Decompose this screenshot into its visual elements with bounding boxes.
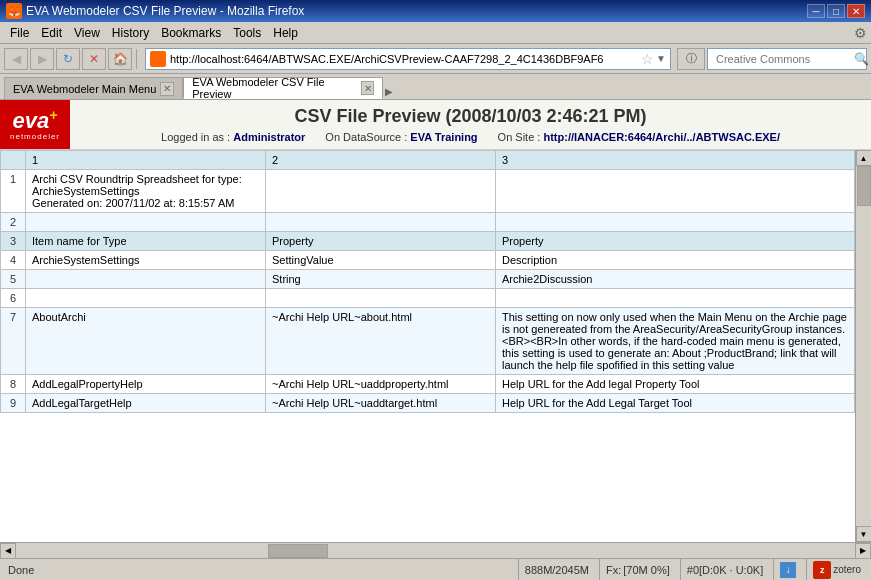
- table-row: 4 ArchieSystemSettings SettingValue Desc…: [1, 251, 855, 270]
- status-bar: Done 888M/2045M Fx: [70M 0%] #0[D:0K · U…: [0, 558, 871, 580]
- page-content: eva+ netmodeler CSV File Preview (2008/1…: [0, 100, 871, 558]
- row-num: 4: [1, 251, 26, 270]
- zotero-icon: z: [813, 561, 831, 579]
- row-num: 9: [1, 394, 26, 413]
- minimize-button[interactable]: ─: [807, 4, 825, 18]
- cell-6-2: [266, 289, 496, 308]
- eva-logo-text: eva+: [13, 108, 58, 132]
- horizontal-scrollbar[interactable]: ◀ ▶: [0, 542, 871, 558]
- menu-edit[interactable]: Edit: [35, 24, 68, 42]
- nav-separator: [136, 49, 137, 69]
- tab-csv-preview-close[interactable]: ✕: [361, 81, 374, 95]
- zotero-label: zotero: [833, 564, 861, 575]
- cell-2-1: [26, 213, 266, 232]
- cell-1-1: Archi CSV Roundtrip Spreadsheet for type…: [26, 170, 266, 213]
- tab-csv-preview[interactable]: EVA Webmodeler CSV File Preview ✕: [183, 77, 383, 99]
- status-fx: Fx: [70M 0%]: [599, 559, 676, 580]
- gear-icon: ⚙: [854, 25, 867, 41]
- scroll-right-button[interactable]: ▶: [855, 543, 871, 559]
- tab-scroll-right[interactable]: ▶: [383, 84, 395, 99]
- window-title: EVA Webmodeler CSV File Preview - Mozill…: [26, 4, 304, 18]
- row-num: 3: [1, 232, 26, 251]
- nav-bar: ◀ ▶ ↻ ✕ 🏠 ☆ ▼ ⓘ 🔍: [0, 44, 871, 74]
- scroll-thumb[interactable]: [857, 166, 871, 206]
- data-table: 1 2 3 1 Archi CSV Roundtrip Spreadsheet …: [0, 150, 855, 413]
- cell-5-1: [26, 270, 266, 289]
- search-input[interactable]: [716, 53, 854, 65]
- csv-table: 1 2 3 1 Archi CSV Roundtrip Spreadsheet …: [0, 150, 855, 542]
- row-num: 8: [1, 375, 26, 394]
- row-num: 5: [1, 270, 26, 289]
- cell-7-2: ~Archi Help URL~about.html: [266, 308, 496, 375]
- eva-header: eva+ netmodeler CSV File Preview (2008/1…: [0, 100, 871, 150]
- scroll-down-button[interactable]: ▼: [856, 526, 872, 542]
- tab-main-menu-close[interactable]: ✕: [160, 82, 174, 96]
- login-info: Logged in as : Administrator On DataSour…: [161, 131, 780, 143]
- bookmark-star-icon[interactable]: ☆: [641, 51, 654, 67]
- firefox-icon: 🦊: [6, 3, 22, 19]
- fx-label: Fx:: [606, 564, 621, 576]
- table-row: 7 AboutArchi ~Archi Help URL~about.html …: [1, 308, 855, 375]
- col-num-header: [1, 151, 26, 170]
- scroll-left-button[interactable]: ◀: [0, 543, 16, 559]
- close-button[interactable]: ✕: [847, 4, 865, 18]
- address-dropdown-icon[interactable]: ▼: [656, 53, 666, 64]
- menu-help[interactable]: Help: [267, 24, 304, 42]
- col-2-header: 2: [266, 151, 496, 170]
- address-bar[interactable]: ☆ ▼: [145, 48, 671, 70]
- menu-bookmarks[interactable]: Bookmarks: [155, 24, 227, 42]
- page-title: CSV File Preview (2008/10/03 2:46:21 PM): [294, 106, 646, 127]
- scroll-track-h[interactable]: [16, 543, 855, 558]
- search-go-icon[interactable]: 🔍: [854, 52, 869, 66]
- stop-button[interactable]: ✕: [82, 48, 106, 70]
- cell-1-3: [496, 170, 855, 213]
- cell-4-3: Description: [496, 251, 855, 270]
- tab-main-menu[interactable]: EVA Webmodeler Main Menu ✕: [4, 77, 183, 99]
- status-kbd: #0[D:0K · U:0K]: [680, 559, 769, 580]
- info-button[interactable]: ⓘ: [677, 48, 705, 70]
- cell-4-2: SettingValue: [266, 251, 496, 270]
- menu-file[interactable]: File: [4, 24, 35, 42]
- row-num: 6: [1, 289, 26, 308]
- scroll-track[interactable]: [856, 166, 871, 526]
- cell-3-2: Property: [266, 232, 496, 251]
- cell-9-3: Help URL for the Add Legal Target Tool: [496, 394, 855, 413]
- row-num: 1: [1, 170, 26, 213]
- cell-8-3: Help URL for the Add legal Property Tool: [496, 375, 855, 394]
- menu-view[interactable]: View: [68, 24, 106, 42]
- back-button[interactable]: ◀: [4, 48, 28, 70]
- menu-tools[interactable]: Tools: [227, 24, 267, 42]
- memory-usage: 888M/2045M: [525, 564, 589, 576]
- row-num: 7: [1, 308, 26, 375]
- status-zotero[interactable]: z zotero: [806, 559, 867, 580]
- login-datasource-label: On DataSource : EVA Training: [325, 131, 477, 143]
- tab-csv-preview-label: EVA Webmodeler CSV File Preview: [192, 76, 357, 100]
- address-input[interactable]: [170, 53, 637, 65]
- fx-value: [70M 0%]: [623, 564, 669, 576]
- scroll-area: 1 2 3 1 Archi CSV Roundtrip Spreadsheet …: [0, 150, 871, 542]
- row-num: 2: [1, 213, 26, 232]
- forward-button[interactable]: ▶: [30, 48, 54, 70]
- menu-history[interactable]: History: [106, 24, 155, 42]
- download-icon: ↓: [780, 562, 796, 578]
- scroll-up-button[interactable]: ▲: [856, 150, 872, 166]
- title-bar: 🦊 EVA Webmodeler CSV File Preview - Mozi…: [0, 0, 871, 22]
- cell-7-3: This setting on now only used when the M…: [496, 308, 855, 375]
- status-text: Done: [4, 564, 514, 576]
- refresh-button[interactable]: ↻: [56, 48, 80, 70]
- login-site-label: On Site : http://IANACER:6464/Archi/../A…: [498, 131, 780, 143]
- table-header-row: 1 2 3: [1, 151, 855, 170]
- scroll-thumb-h[interactable]: [268, 544, 328, 558]
- table-row: 9 AddLegalTargetHelp ~Archi Help URL~uad…: [1, 394, 855, 413]
- col-1-header: 1: [26, 151, 266, 170]
- home-button[interactable]: 🏠: [108, 48, 132, 70]
- cell-4-1: ArchieSystemSettings: [26, 251, 266, 270]
- cell-8-2: ~Archi Help URL~uaddproperty.html: [266, 375, 496, 394]
- cell-5-3: Archie2Discussion: [496, 270, 855, 289]
- vertical-scrollbar[interactable]: ▲ ▼: [855, 150, 871, 542]
- maximize-button[interactable]: □: [827, 4, 845, 18]
- eva-logo: eva+ netmodeler: [0, 100, 70, 149]
- cell-7-1: AboutArchi: [26, 308, 266, 375]
- table-row: 3 Item name for Type Property Property: [1, 232, 855, 251]
- cell-2-2: [266, 213, 496, 232]
